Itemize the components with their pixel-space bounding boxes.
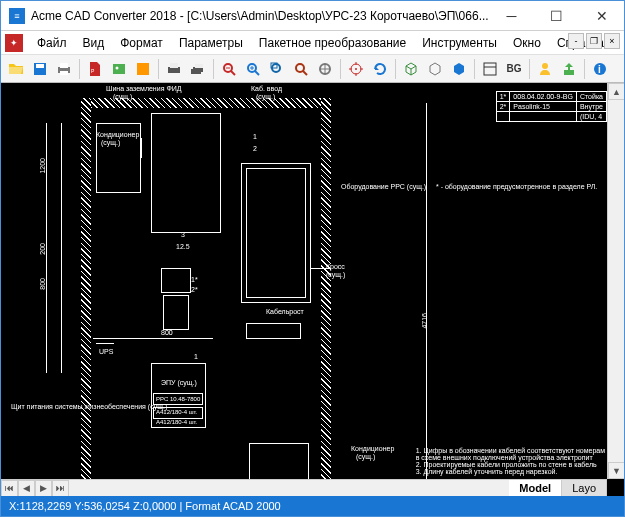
svg-line-24 bbox=[303, 71, 307, 75]
mdi-minimize-button[interactable]: - bbox=[568, 33, 584, 49]
zoom-window-icon[interactable] bbox=[266, 58, 288, 80]
svg-rect-3 bbox=[60, 63, 68, 68]
print-icon[interactable] bbox=[53, 58, 75, 80]
tab-layout[interactable]: Layo bbox=[562, 480, 607, 496]
toolbar-separator bbox=[340, 59, 341, 79]
layout-tabs: Model Layo bbox=[509, 479, 607, 496]
scroll-up-icon[interactable]: ▲ bbox=[608, 83, 624, 100]
menu-file[interactable]: Файл bbox=[29, 33, 75, 53]
menu-format[interactable]: Формат bbox=[112, 33, 171, 53]
app-logo-icon: ✦ bbox=[5, 34, 23, 52]
svg-rect-4 bbox=[60, 71, 68, 75]
svg-rect-13 bbox=[191, 69, 201, 74]
info-icon[interactable]: i bbox=[589, 58, 611, 80]
print2-icon[interactable] bbox=[163, 58, 185, 80]
zoom-all-icon[interactable] bbox=[314, 58, 336, 80]
svg-rect-1 bbox=[36, 64, 44, 68]
svg-point-30 bbox=[542, 63, 548, 69]
menu-params[interactable]: Параметры bbox=[171, 33, 251, 53]
minimize-button[interactable]: ─ bbox=[489, 1, 534, 30]
window-title: Acme CAD Converter 2018 - [C:\Users\Admi… bbox=[31, 9, 489, 23]
zoom-extents-icon[interactable] bbox=[290, 58, 312, 80]
status-text: X:1128,2269 Y:536,0254 Z:0,0000 | Format… bbox=[9, 500, 281, 512]
menu-batch[interactable]: Пакетное преобразование bbox=[251, 33, 414, 53]
tab-model[interactable]: Model bbox=[509, 480, 562, 496]
close-button[interactable]: ✕ bbox=[579, 1, 624, 30]
toolbar-separator bbox=[213, 59, 214, 79]
app-icon: ≡ bbox=[9, 8, 25, 24]
menu-window[interactable]: Окно bbox=[505, 33, 549, 53]
toolbar-separator bbox=[395, 59, 396, 79]
user-icon[interactable] bbox=[534, 58, 556, 80]
toolbar-separator bbox=[79, 59, 80, 79]
titlebar: ≡ Acme CAD Converter 2018 - [C:\Users\Ad… bbox=[1, 1, 624, 31]
3d-icon[interactable] bbox=[400, 58, 422, 80]
export-cad-icon[interactable] bbox=[132, 58, 154, 80]
toolbar-separator bbox=[584, 59, 585, 79]
bg-toggle[interactable]: BG bbox=[503, 58, 525, 80]
open-icon[interactable] bbox=[5, 58, 27, 80]
save-icon[interactable] bbox=[29, 58, 51, 80]
toolbar-separator bbox=[474, 59, 475, 79]
zoom-out-icon[interactable] bbox=[218, 58, 240, 80]
3d-solid-icon[interactable] bbox=[448, 58, 470, 80]
vertical-scrollbar[interactable]: ▲ ▼ bbox=[607, 83, 624, 479]
svg-rect-10 bbox=[170, 63, 178, 68]
export-image-icon[interactable] bbox=[108, 58, 130, 80]
scroll-last-icon[interactable]: ⏭ bbox=[52, 480, 69, 497]
svg-rect-12 bbox=[195, 64, 203, 68]
svg-rect-8 bbox=[137, 63, 149, 75]
layers-icon[interactable] bbox=[479, 58, 501, 80]
menubar: ✦ Файл Вид Формат Параметры Пакетное пре… bbox=[1, 31, 624, 55]
svg-rect-28 bbox=[484, 63, 496, 75]
scroll-right-icon[interactable]: ▶ bbox=[35, 480, 52, 497]
svg-point-23 bbox=[296, 64, 304, 72]
svg-line-15 bbox=[231, 71, 235, 75]
svg-rect-6 bbox=[113, 64, 125, 74]
export-pdf-icon[interactable]: P bbox=[84, 58, 106, 80]
scroll-left-icon[interactable]: ◀ bbox=[18, 480, 35, 497]
target-icon[interactable] bbox=[345, 58, 367, 80]
svg-point-7 bbox=[116, 66, 119, 69]
upload-icon[interactable] bbox=[558, 58, 580, 80]
svg-text:i: i bbox=[598, 64, 601, 75]
scroll-down-icon[interactable]: ▼ bbox=[608, 462, 624, 479]
menu-view[interactable]: Вид bbox=[75, 33, 113, 53]
print-multi-icon[interactable] bbox=[187, 58, 209, 80]
svg-line-18 bbox=[255, 71, 259, 75]
mdi-restore-button[interactable]: ❐ bbox=[586, 33, 602, 49]
scroll-first-icon[interactable]: ⏮ bbox=[1, 480, 18, 497]
statusbar: X:1128,2269 Y:536,0254 Z:0,0000 | Format… bbox=[1, 496, 624, 516]
toolbar-separator bbox=[529, 59, 530, 79]
menu-tools[interactable]: Инструменты bbox=[414, 33, 505, 53]
refresh-icon[interactable] bbox=[369, 58, 391, 80]
toolbar: P BG i bbox=[1, 55, 624, 83]
mdi-close-button[interactable]: × bbox=[604, 33, 620, 49]
cad-drawing: Шина заземления ФИД (сущ.) Каб. ввод (су… bbox=[1, 83, 607, 479]
3d-wire-icon[interactable] bbox=[424, 58, 446, 80]
svg-rect-32 bbox=[568, 66, 570, 71]
toolbar-separator bbox=[158, 59, 159, 79]
zoom-in-icon[interactable] bbox=[242, 58, 264, 80]
canvas-area[interactable]: Шина заземления ФИД (сущ.) Каб. ввод (су… bbox=[1, 83, 624, 496]
svg-point-27 bbox=[355, 68, 357, 70]
maximize-button[interactable]: ☐ bbox=[534, 1, 579, 30]
